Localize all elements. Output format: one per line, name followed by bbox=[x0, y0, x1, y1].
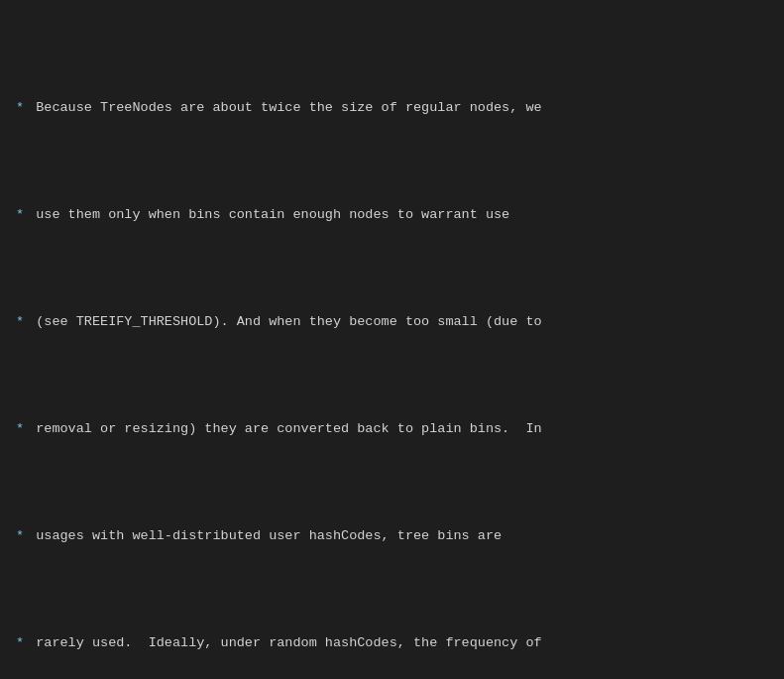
star-4: * bbox=[16, 418, 24, 440]
star-5: * bbox=[16, 525, 24, 547]
code-block: * Because TreeNodes are about twice the … bbox=[16, 12, 768, 679]
line-text-6: rarely used. Ideally, under random hashC… bbox=[28, 632, 542, 654]
code-line-6: * rarely used. Ideally, under random has… bbox=[16, 632, 768, 654]
code-line-4: * removal or resizing) they are converte… bbox=[16, 418, 768, 440]
line-text-2: use them only when bins contain enough n… bbox=[28, 204, 509, 226]
star-2: * bbox=[16, 204, 24, 226]
line-text-4: removal or resizing) they are converted … bbox=[28, 418, 542, 440]
code-line-1: * Because TreeNodes are about twice the … bbox=[16, 97, 768, 119]
star-1: * bbox=[16, 97, 24, 119]
star-3: * bbox=[16, 311, 24, 333]
line-text-3: (see TREEIFY_THRESHOLD). And when they b… bbox=[28, 311, 542, 333]
code-line-2: * use them only when bins contain enough… bbox=[16, 204, 768, 226]
line-text-5: usages with well-distributed user hashCo… bbox=[28, 525, 502, 547]
code-line-3: * (see TREEIFY_THRESHOLD). And when they… bbox=[16, 311, 768, 333]
code-line-5: * usages with well-distributed user hash… bbox=[16, 525, 768, 547]
star-6: * bbox=[16, 632, 24, 654]
code-container: * Because TreeNodes are about twice the … bbox=[0, 0, 784, 679]
line-text-1: Because TreeNodes are about twice the si… bbox=[28, 97, 542, 119]
